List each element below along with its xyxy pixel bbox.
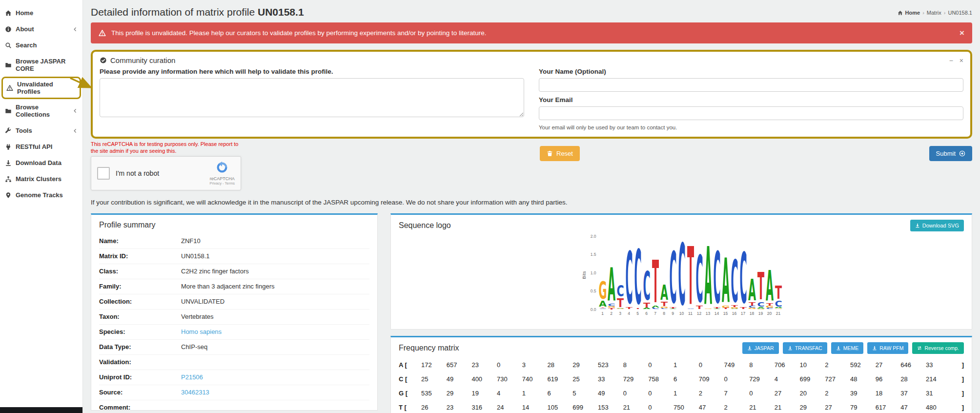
- matrix-row-label: C [: [399, 372, 421, 386]
- frequency-matrix-header: Frequency matrix JASPARTRANSFACMEMERAW P…: [399, 342, 964, 354]
- logo-y-tick: 0.5: [591, 289, 596, 293]
- svg-text:G: G: [774, 308, 782, 309]
- close-icon[interactable]: ×: [960, 57, 963, 64]
- matrix-cell: 10: [800, 358, 825, 372]
- warning-icon: [6, 84, 13, 91]
- sidebar-item-browse-jaspar-core[interactable]: Browse JASPAR CORE: [0, 53, 82, 77]
- matrix-cell: 25: [421, 372, 447, 386]
- name-input[interactable]: [539, 78, 963, 92]
- matrix-row-C: C [2549400730740619253372975867090729469…: [399, 372, 964, 386]
- profile-row-collection: Collection:UNVALIDATED: [99, 294, 369, 309]
- svg-text:T: T: [643, 302, 650, 308]
- meme-button[interactable]: MEME: [831, 342, 864, 354]
- logo-letter-T: T: [642, 302, 651, 308]
- sidebar-item-download-data[interactable]: Download Data: [0, 155, 82, 171]
- chevron-left-icon: [73, 27, 78, 32]
- matrix-cell: 8: [749, 358, 775, 372]
- profile-label: Uniprot ID:: [99, 370, 181, 385]
- logo-x-tick: 13: [704, 311, 713, 316]
- sidebar-item-unvalidated-profiles[interactable]: Unvalidated Profiles: [1, 77, 81, 99]
- sidebar-item-label: Matrix Clusters: [16, 175, 61, 183]
- matrix-cell: 592: [850, 358, 876, 372]
- matrix-row-end: ]: [951, 386, 964, 400]
- profile-label: Comment:: [99, 400, 181, 413]
- chevron-left-icon: [73, 128, 78, 133]
- recaptcha-privacy-terms[interactable]: Privacy - Terms: [209, 181, 235, 186]
- logo-x-tick: 18: [748, 311, 756, 316]
- breadcrumb-section[interactable]: Matrix: [927, 10, 941, 16]
- svg-text:A: A: [607, 264, 615, 303]
- profile-row-comment: Comment:: [99, 400, 369, 413]
- logo-y-axis: 2.01.51.00.50.0: [587, 236, 598, 310]
- logo-letter-T: T: [616, 297, 625, 308]
- matrix-cell: 96: [876, 372, 901, 386]
- matrix-cell: 2: [699, 386, 724, 400]
- curation-contact-column: Your Name (Optional) Your Email Your ema…: [539, 68, 963, 130]
- matrix-cell: 400: [471, 372, 497, 386]
- logo-x-tick: 20: [765, 311, 774, 316]
- profile-label: Family:: [99, 279, 181, 294]
- recaptcha-brand: reCAPTCHA Privacy - Terms: [209, 161, 235, 186]
- logo-x-tick: 9: [669, 311, 677, 316]
- email-input[interactable]: [539, 106, 963, 120]
- profile-value-link[interactable]: P21506: [181, 373, 203, 381]
- sidebar-item-tools[interactable]: Tools: [0, 123, 82, 139]
- recaptcha-checkbox[interactable]: [97, 167, 110, 180]
- logo-x-axis: 123456789101112131415161718192021: [598, 311, 783, 316]
- logo-column: CT: [625, 236, 633, 310]
- logo-letter-A: A: [669, 309, 677, 309]
- captcha-column: This reCAPTCHA is for testing purposes o…: [91, 141, 540, 190]
- breadcrumb-home[interactable]: Home: [905, 10, 920, 16]
- profile-value: ChIP-seq: [181, 343, 207, 351]
- matrix-cell: 0: [699, 358, 724, 372]
- email-note: Your email will only be used by our team…: [539, 124, 963, 130]
- reset-button[interactable]: Reset: [540, 146, 580, 161]
- profile-value-link[interactable]: Homo sapiens: [181, 328, 222, 335]
- logo-column: AGT: [721, 236, 730, 310]
- profile-value: ZNF10: [181, 237, 201, 245]
- matrix-cell: 48: [850, 372, 876, 386]
- logo-column: CTA: [713, 236, 721, 310]
- sidebar-item-matrix-clusters[interactable]: Matrix Clusters: [0, 171, 82, 187]
- svg-text:G: G: [748, 308, 756, 310]
- svg-text:T: T: [652, 255, 658, 306]
- matrix-cell: 535: [421, 386, 447, 400]
- logo-column: CTAG: [616, 236, 625, 310]
- acknowledgement-text: If your contribution is significant, we …: [91, 199, 972, 206]
- matrix-cell: 699: [800, 372, 825, 386]
- raw-pfm-button[interactable]: RAW PFM: [867, 342, 908, 354]
- minimize-icon[interactable]: −: [949, 57, 953, 64]
- svg-text:C: C: [757, 302, 764, 307]
- svg-text:T: T: [739, 307, 747, 310]
- curation-panel-header: Community curation − ×: [100, 56, 963, 68]
- logo-letter-A: A: [704, 240, 713, 309]
- profile-value-link[interactable]: 30462313: [181, 389, 209, 396]
- logo-y-tick: 2.0: [591, 234, 596, 239]
- sidebar-item-home[interactable]: Home: [0, 5, 82, 21]
- sidebar-item-search[interactable]: Search: [0, 37, 82, 53]
- sidebar-item-label: About: [16, 25, 34, 33]
- logo-column: ACGT: [607, 236, 616, 310]
- jaspar-button[interactable]: JASPAR: [742, 342, 779, 354]
- reverse-comp-button[interactable]: Reverse comp.: [912, 342, 964, 354]
- matrix-row-end: ]: [951, 372, 964, 386]
- sidebar-item-browse-collections[interactable]: Browse Collections: [0, 99, 82, 123]
- alert-close-icon[interactable]: ×: [960, 29, 964, 37]
- matrix-cell: 2: [724, 400, 749, 413]
- curation-info-textarea[interactable]: [100, 78, 524, 117]
- matrix-cell: 21: [623, 400, 649, 413]
- matrix-cell: 29: [572, 358, 598, 372]
- svg-text:C: C: [599, 308, 606, 309]
- submit-button[interactable]: Submit: [929, 146, 972, 161]
- download-svg-button[interactable]: Download SVG: [910, 220, 964, 231]
- matrix-cell: 21: [749, 400, 775, 413]
- svg-text:C: C: [616, 284, 624, 297]
- sidebar-item-genome-tracks[interactable]: Genome Tracks: [0, 187, 82, 203]
- matrix-cell: 2: [825, 358, 850, 372]
- logo-letter-C: C: [730, 255, 739, 305]
- sidebar-item-about[interactable]: About: [0, 21, 82, 37]
- sidebar-item-restful-api[interactable]: RESTful API: [0, 139, 82, 155]
- transfac-button[interactable]: TRANSFAC: [783, 342, 827, 354]
- svg-text:C: C: [660, 308, 668, 309]
- logo-x-tick: 14: [713, 311, 721, 316]
